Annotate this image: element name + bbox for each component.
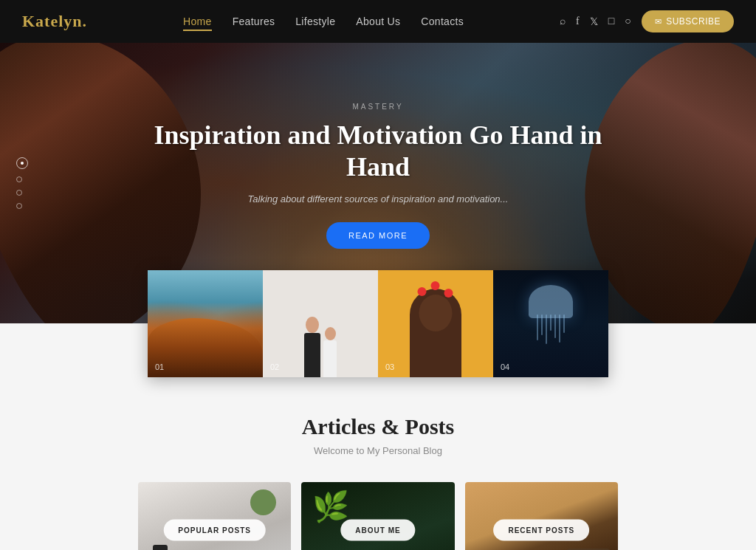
about-me-button[interactable]: ABOUT ME [340,520,415,541]
subscribe-button[interactable]: SUBSCRIBE [642,10,734,32]
hero-cta-button[interactable]: READ MORE [326,222,430,249]
search-icon[interactable]: ⌕ [560,16,566,27]
slider-dot-2[interactable] [16,176,22,182]
fern-icon: 🌿 [312,489,349,524]
articles-subtitle: Welcome to My Personal Blog [15,445,741,456]
articles-grid: POPULAR POSTS 🌿 ABOUT ME RECENT POSTS [138,482,618,550]
succulent-icon [250,489,276,515]
facebook-icon[interactable]: f [576,16,580,27]
tentacle-4 [550,314,551,331]
nav-features[interactable]: Features [233,15,275,28]
gallery-img-person [378,270,493,377]
slider-dot-3[interactable] [16,190,22,196]
gallery-item-2[interactable]: 02 [263,270,378,377]
figure-1-head [306,317,319,333]
gallery-img-jellyfish [493,270,608,377]
phone-icon [153,545,168,550]
article-card-recent[interactable]: RECENT POSTS [465,482,618,550]
gallery-img-canyon [148,270,263,377]
jellyfish-body [529,285,573,318]
brand-logo[interactable]: Katelyn. [22,12,87,31]
nav-about[interactable]: About Us [356,15,400,28]
tentacle-6 [559,314,560,343]
nav-contacts[interactable]: Contacts [421,15,464,28]
slider-dot-4[interactable] [16,203,22,209]
hero-title: Inspiration and Motivation Go Hand in Ha… [153,120,603,183]
figure-2-body [323,340,337,377]
figure-2 [323,327,337,377]
gallery-item-1[interactable]: 01 [148,270,263,377]
hero-content: MASTERY Inspiration and Motivation Go Ha… [138,103,618,249]
nav-lifestyle[interactable]: Lifestyle [295,15,335,28]
article-card-about[interactable]: 🌿 ABOUT ME [301,482,454,550]
figure-2-head [325,327,336,340]
navbar-right: ⌕ f 𝕏 □ ○ SUBSCRIBE [560,10,734,32]
brand-name: Katelyn [22,12,83,30]
jellyfish-tentacles [529,314,573,344]
gallery-num-2: 02 [270,362,279,371]
person-silhouette [410,289,461,377]
hero-tag: MASTERY [153,103,603,111]
hero-slider-dots [16,157,28,209]
couple-figure [304,317,337,377]
figure-1 [304,317,320,377]
person-head [419,295,453,331]
tentacle-3 [546,314,547,344]
gallery-num-1: 01 [155,362,164,371]
gallery-item-3[interactable]: 03 [378,270,493,377]
dribbble-icon[interactable]: ○ [625,16,630,27]
figure-1-body [304,333,320,377]
brand-dot: . [83,12,88,30]
popular-posts-button[interactable]: POPULAR POSTS [163,520,266,541]
instagram-icon[interactable]: □ [608,16,614,27]
main-nav: Home Features Lifestyle About Us Contact… [183,15,464,28]
gallery-item-4[interactable]: 04 [493,270,608,377]
nav-home[interactable]: Home [183,15,212,28]
tentacle-5 [554,314,556,338]
gallery-img-couple [263,270,378,377]
articles-section: Articles & Posts Welcome to My Personal … [0,377,756,550]
flower-2 [430,281,439,290]
gallery-num-3: 03 [385,362,394,371]
tentacle-1 [537,314,538,340]
slider-dot-1[interactable] [16,157,28,169]
tentacle-2 [541,314,543,335]
slider-dot-1-inner [21,162,24,165]
flower-decoration [417,287,454,309]
flower-1 [417,287,426,296]
flower-3 [444,289,453,298]
hero-subtitle: Talking about different sources of inspi… [153,193,603,204]
tentacle-7 [563,314,565,333]
gallery-num-4: 04 [501,362,509,371]
articles-title: Articles & Posts [15,414,741,439]
recent-posts-button[interactable]: RECENT POSTS [493,520,589,541]
gallery-strip: 01 02 [148,270,608,377]
twitter-icon[interactable]: 𝕏 [590,16,598,28]
navbar: Katelyn. Home Features Lifestyle About U… [0,0,756,43]
article-card-popular[interactable]: POPULAR POSTS [138,482,291,550]
